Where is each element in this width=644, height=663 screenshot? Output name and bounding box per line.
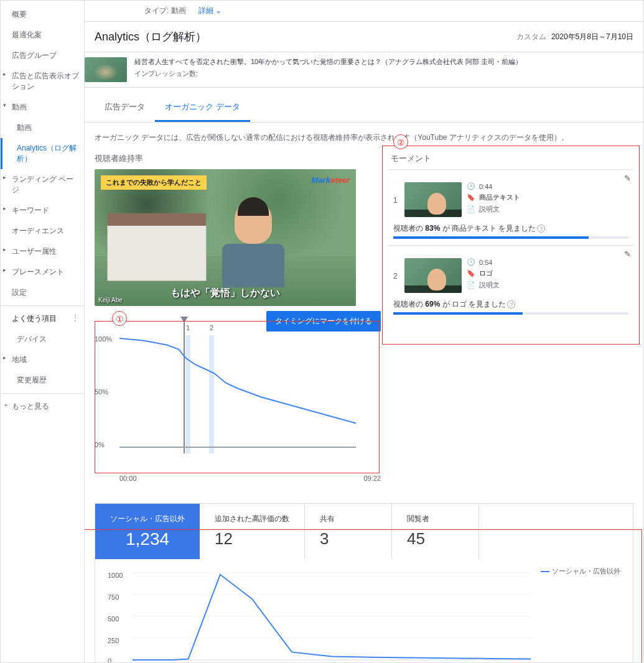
moment-thumb-1[interactable] [404, 182, 462, 217]
side-item-video[interactable]: 動画 [1, 118, 84, 138]
date-range-picker[interactable]: 2020年5月8日～7月10日 [551, 32, 633, 42]
moment-thumb-2[interactable] [404, 258, 462, 293]
video-player[interactable]: これまでの失敗から学んだこと Marketeer もはや「覚悟」しかない Kei… [95, 169, 356, 306]
chart-marker-1: 1 [186, 324, 190, 332]
metric-shares[interactable]: 共有 3 [305, 504, 392, 559]
metric-label: 追加された高評価の数 [215, 514, 289, 524]
date-range-label: カスタム [516, 32, 546, 42]
metric-value: 1,234 [110, 529, 185, 549]
y-tick-50: 50% [95, 388, 108, 396]
side-section-frequent: よく使う項目 ⋮ [1, 308, 84, 329]
callout-2: ② [393, 134, 408, 149]
page-icon: 📄 [467, 205, 475, 213]
titlebar: Analytics（ログ解析） カスタム 2020年5月8日～7月10日 [85, 22, 643, 52]
sidebar: 概要 最適化案 広告グループ ▸広告と広告表示オプション ▾動画 動画 Anal… [1, 1, 85, 662]
organic-hint: オーガニック データには、広告が関係しない通常の配信における視聴者維持率が表示さ… [95, 132, 633, 143]
page-title: Analytics（ログ解析） [95, 29, 516, 44]
moment-index: 2 [393, 272, 399, 280]
side-item-recommendations[interactable]: 最適化案 [1, 25, 84, 45]
side-item-locations[interactable]: ▸地域 [1, 350, 84, 370]
side-item-adgroups[interactable]: 広告グループ [1, 45, 84, 66]
tabs: 広告データ オーガニック データ [85, 94, 643, 123]
metric-primary[interactable]: ソーシャル・広告以外 1,234 [95, 504, 200, 559]
timeseries-chart[interactable]: ソーシャル・広告以外 1000 750 500 250 0 2020年5月8日 … [95, 559, 633, 662]
x-tick-start: 00:00 [119, 475, 137, 482]
page-icon: 📄 [467, 281, 475, 289]
metric-likes[interactable]: 追加された高評価の数 12 [200, 504, 305, 559]
x-tick-end: 09:22 [363, 475, 381, 482]
side-item-demographics[interactable]: ▸ユーザー属性 [1, 241, 84, 262]
main: タイプ: 動画 詳細 ⌄ Analytics（ログ解析） カスタム 2020年5… [85, 1, 643, 662]
retention-chart[interactable]: 100% 50% 0% 00:00 09:22 1 2 [95, 335, 381, 472]
metric-viewers[interactable]: 閲覧者 45 [392, 504, 479, 559]
chart-marker-2: 2 [210, 324, 213, 332]
moment-time: 0:54 [479, 259, 492, 266]
y-tick-100: 100% [95, 335, 112, 343]
impressions-label: インプレッション数: [134, 69, 522, 78]
moment-index: 1 [393, 196, 399, 205]
bookmark-icon: 🔖 [467, 269, 475, 277]
metric-label: 共有 [320, 514, 376, 524]
help-icon[interactable]: ? [507, 300, 515, 308]
clock-icon: 🕒 [467, 258, 475, 266]
ts-y-tick: 750 [108, 593, 119, 601]
detail-dropdown[interactable]: 詳細 ⌄ [198, 6, 222, 16]
moment-card-1: ✎ 1 🕒0:44 🔖商品テキスト 📄説明文 視聴者の 83% が 商品テキスト… [388, 169, 633, 245]
side-item-landing-pages[interactable]: ▸ランディング ページ [1, 169, 84, 200]
y-tick-0: 0% [95, 441, 105, 448]
side-item-audiences[interactable]: オーディエンス [1, 221, 84, 241]
metric-value: 45 [407, 529, 464, 549]
side-item-change-history[interactable]: 変更履歴 [1, 370, 84, 391]
side-item-ads-extensions[interactable]: ▸広告と広告表示オプション [1, 66, 84, 97]
topbar: タイプ: 動画 詳細 ⌄ [85, 1, 643, 22]
moment-desc: 説明文 [479, 205, 500, 214]
side-item-more[interactable]: ＋もっと見る [1, 396, 84, 417]
moment-title: 商品テキスト [479, 193, 520, 202]
help-icon[interactable]: ? [537, 225, 545, 233]
side-item-overview[interactable]: 概要 [1, 4, 84, 25]
ts-y-tick: 250 [108, 637, 119, 644]
retention-title: 視聴者維持率 [95, 153, 381, 164]
subtitle-overlay: もはや「覚悟」しかない [170, 287, 280, 300]
caption-overlay: これまでの失敗から学んだこと [101, 175, 207, 190]
side-item-placements[interactable]: ▸プレースメント [1, 262, 84, 282]
ts-y-tick: 1000 [108, 572, 123, 579]
name-overlay: Keiji Abe [98, 297, 123, 304]
video-title: 経営者人生すべてを否定された衝撃。10年かかって気づいた覚悟の重要さとは？（アナ… [134, 57, 522, 67]
moment-title: ロゴ [479, 269, 493, 278]
metric-label: 閲覧者 [407, 514, 464, 524]
metric-value: 3 [320, 529, 376, 549]
type-label: タイプ: 動画 [144, 6, 186, 16]
side-item-settings[interactable]: 設定 [1, 282, 84, 303]
video-thumbnail[interactable] [85, 57, 127, 82]
brand-overlay: Marketeer [312, 175, 350, 185]
moment-desc: 説明文 [479, 280, 500, 290]
ts-y-tick: 500 [108, 615, 119, 623]
moment-time: 0:44 [479, 183, 492, 190]
callout-1: ① [112, 311, 127, 326]
bookmark-icon: 🔖 [467, 193, 475, 202]
edit-moment-1-button[interactable]: ✎ [624, 174, 631, 183]
tab-organic-data[interactable]: オーガニック データ [155, 94, 250, 122]
side-item-analytics[interactable]: Analytics（ログ解析） [1, 138, 84, 169]
moments-title: モーメント [391, 153, 633, 164]
metric-value: 12 [215, 529, 289, 549]
moment-stat-2: 視聴者の 69% が ロゴ を見ました? [393, 299, 628, 310]
side-item-keywords[interactable]: ▸キーワード [1, 200, 84, 221]
clock-icon: 🕒 [467, 182, 475, 190]
video-header: 経営者人生すべてを否定された衝撃。10年かかって気づいた覚悟の重要さとは？（アナ… [85, 52, 643, 88]
ts-y-tick: 0 [108, 657, 111, 662]
moment-card-2: ✎ 2 🕒0:54 🔖ロゴ 📄説明文 視聴者の 69% が ロゴ を見ました? [388, 245, 633, 321]
side-item-video-parent[interactable]: ▾動画 [1, 97, 84, 118]
mark-timing-button[interactable]: タイミングにマークを付ける [266, 311, 381, 332]
side-item-devices[interactable]: デバイス [1, 329, 84, 350]
metric-label: ソーシャル・広告以外 [110, 514, 185, 524]
metrics-panel: ソーシャル・広告以外 1,234 追加された高評価の数 12 共有 3 閲覧 [95, 503, 633, 662]
moment-stat-1: 視聴者の 83% が 商品テキスト を見ました? [393, 223, 628, 234]
edit-moment-2-button[interactable]: ✎ [624, 249, 631, 259]
tab-ad-data[interactable]: 広告データ [95, 94, 155, 122]
